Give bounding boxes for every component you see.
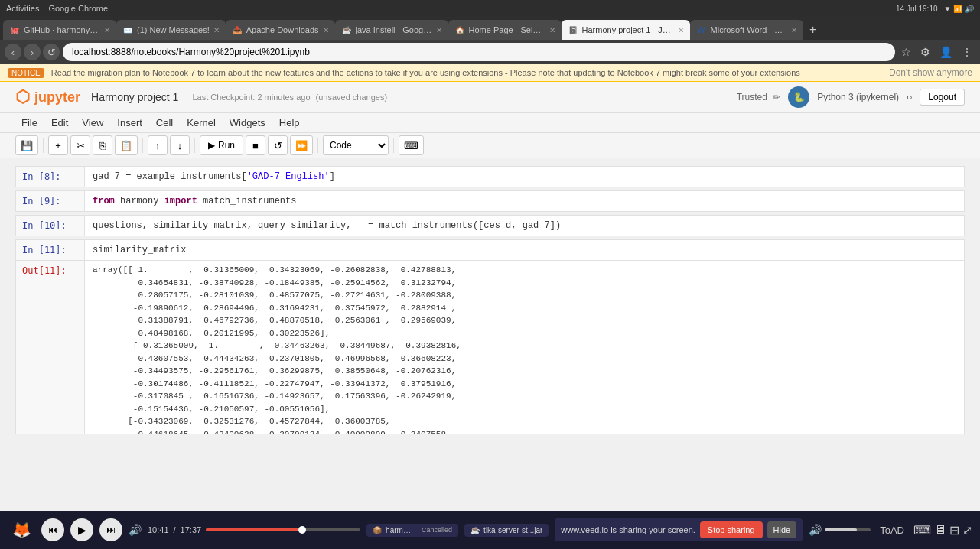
save-button[interactable]: 💾 — [15, 135, 38, 155]
layout-icon[interactable]: ⊟ — [949, 523, 959, 538]
media-progress-container: 10:41 / 17:37 — [148, 525, 360, 534]
volume-icon[interactable]: 🔊 — [129, 524, 142, 536]
activities-label[interactable]: Activities — [6, 4, 39, 13]
cell-9[interactable]: In [9]: from harmony import match_instru… — [15, 190, 965, 212]
address-input[interactable] — [63, 43, 895, 61]
tab-label-messages: (1) New Messages! — [137, 25, 210, 34]
output-11-prompt: Out[11]: — [16, 261, 85, 434]
copy-cell-button[interactable]: ⎘ — [93, 135, 112, 155]
tab-homepage[interactable]: 🏠 Home Page - Select or c... ✕ — [448, 20, 562, 40]
tab-messages[interactable]: ✉️ (1) New Messages! ✕ — [116, 20, 226, 40]
jupyter-logo: ⬡ jupyter — [15, 87, 80, 107]
paste-cell-button[interactable]: 📋 — [115, 135, 138, 155]
taskbar-item-harmony[interactable]: 📦 harmony....tar.bz2 Cancelled — [366, 524, 458, 537]
os-bar-left: Activities Google Chrome — [6, 4, 108, 13]
tab-close-java[interactable]: ✕ — [436, 26, 442, 34]
menu-view[interactable]: View — [76, 115, 109, 131]
tab-label-apache: Apache Downloads — [246, 25, 319, 34]
bookmark-icon[interactable]: ☆ — [898, 44, 914, 60]
tabs-bar: 🐙 GitHub · harmonydata... ✕ ✉️ (1) New M… — [0, 17, 980, 40]
back-button[interactable]: ‹ — [5, 44, 21, 60]
taskbar-harmony-status: Cancelled — [422, 526, 452, 534]
jupyter-header: ⬡ jupyter Harmony project 1 Last Checkpo… — [0, 82, 980, 113]
notification-dismiss[interactable]: Don't show anymore — [889, 67, 972, 78]
browser-label: Google Chrome — [48, 4, 108, 13]
cell-8[interactable]: In [8]: gad_7 = example_instruments['GAD… — [15, 166, 965, 187]
taskbar-harmony-icon: 📦 — [373, 526, 382, 534]
menu-edit[interactable]: Edit — [45, 115, 74, 131]
extensions-icon[interactable]: ⚙ — [917, 44, 933, 60]
stop-sharing-button[interactable]: Stop sharing — [700, 521, 763, 538]
cell-10[interactable]: In [10]: questions, similarity_matrix, q… — [15, 215, 965, 236]
cell-11[interactable]: In [11]: similarity_matrix — [15, 239, 965, 261]
tab-word[interactable]: W Microsoft Word - GAD... ✕ — [690, 20, 803, 40]
cell-8-content[interactable]: gad_7 = example_instruments['GAD-7 Engli… — [85, 167, 964, 187]
cell-9-content[interactable]: from harmony import match_instruments — [85, 191, 964, 211]
restart-run-button[interactable]: ⏩ — [290, 135, 313, 155]
skip-back-button[interactable]: ⏮ — [41, 518, 64, 541]
new-tab-button[interactable]: + — [803, 20, 823, 40]
restart-button[interactable]: ↺ — [268, 135, 288, 155]
tab-favicon-apache: 📥 — [232, 24, 243, 35]
trusted-label: Trusted ✏ — [737, 92, 781, 102]
refresh-button[interactable]: ↺ — [43, 44, 60, 60]
play-button[interactable]: ▶ — [70, 518, 93, 541]
tab-jupyter[interactable]: 📓 Harmony project 1 - Jup... ✕ — [562, 20, 690, 40]
keyboard-icon[interactable]: ⌨ — [913, 523, 931, 538]
add-cell-above-button[interactable]: + — [48, 135, 68, 155]
toolbar-divider-4 — [317, 138, 318, 153]
matrix-data: array([[ 1. , 0.31365009, 0.34323069, -0… — [93, 264, 956, 434]
tab-close-github[interactable]: ✕ — [104, 26, 110, 34]
menu-cell[interactable]: Cell — [150, 115, 179, 131]
menu-help[interactable]: Help — [273, 115, 306, 131]
menu-bar: File Edit View Insert Cell Kernel Widget… — [0, 113, 980, 133]
notebook-content: In [8]: gad_7 = example_instruments['GAD… — [0, 158, 980, 434]
menu-insert[interactable]: Insert — [111, 115, 148, 131]
cell-10-content[interactable]: questions, similarity_matrix, query_simi… — [85, 216, 964, 236]
cut-cell-button[interactable]: ✂ — [70, 135, 90, 155]
move-up-button[interactable]: ↑ — [148, 135, 168, 155]
tab-close-word[interactable]: ✕ — [791, 26, 797, 34]
skip-forward-button[interactable]: ⏭ — [99, 518, 122, 541]
interrupt-button[interactable]: ■ — [246, 135, 265, 155]
menu-widgets[interactable]: Widgets — [223, 115, 272, 131]
logout-button[interactable]: Logout — [920, 89, 965, 106]
tab-favicon-jupyter: 📓 — [568, 24, 578, 35]
tab-close-jupyter[interactable]: ✕ — [678, 26, 684, 34]
bottom-taskbar: 🦊 ⏮ ▶ ⏭ 🔊 10:41 / 17:37 📦 harmony....tar… — [0, 511, 980, 549]
run-button[interactable]: ▶ Run — [200, 135, 243, 155]
datetime-label: 14 Jul 19:10 — [896, 5, 938, 13]
display-icon[interactable]: 🖥 — [934, 523, 946, 538]
volume-fill — [825, 528, 857, 531]
tab-close-messages[interactable]: ✕ — [213, 26, 220, 34]
tab-favicon-java: ☕ — [341, 24, 352, 35]
cell-type-select[interactable]: Code Markdown Raw — [323, 135, 389, 155]
tab-github[interactable]: 🐙 GitHub · harmonydata... ✕ — [3, 20, 116, 40]
cell-11-content[interactable]: similarity_matrix — [85, 240, 964, 260]
tab-label-word: Microsoft Word - GAD... — [711, 25, 787, 34]
move-down-button[interactable]: ↓ — [170, 135, 190, 155]
hide-button[interactable]: Hide — [767, 521, 797, 538]
taskbar-item-tika[interactable]: ☕ tika-server-st...jar — [464, 524, 549, 537]
checkpoint-label: Last Checkpoint: 2 minutes ago (unsaved … — [192, 93, 387, 102]
tab-apache[interactable]: 📥 Apache Downloads ✕ — [226, 20, 335, 40]
menu-kernel[interactable]: Kernel — [181, 115, 222, 131]
menu-file[interactable]: File — [15, 115, 44, 131]
firefox-taskbar-icon[interactable]: 🦊 — [8, 516, 35, 544]
edit-trusted-icon[interactable]: ✏ — [773, 92, 780, 102]
kernel-status-icon: ○ — [907, 92, 912, 102]
tab-java[interactable]: ☕ java Instell - Google Se... ✕ — [335, 20, 448, 40]
keyboard-shortcuts-button[interactable]: ⌨ — [399, 135, 424, 155]
tab-close-apache[interactable]: ✕ — [323, 26, 329, 34]
notebook-title[interactable]: Harmony project 1 — [91, 91, 178, 103]
tab-close-homepage[interactable]: ✕ — [549, 26, 555, 34]
forward-button[interactable]: › — [24, 44, 41, 60]
volume-track[interactable] — [825, 528, 871, 531]
menu-icon[interactable]: ⋮ — [959, 44, 975, 60]
notification-text: Read the migration plan to Notebook 7 to… — [51, 68, 800, 77]
progress-track[interactable] — [206, 528, 360, 531]
run-icon: ▶ — [208, 140, 215, 151]
tab-favicon-github: 🐙 — [9, 24, 20, 35]
profile-icon[interactable]: 👤 — [936, 44, 956, 60]
fullscreen-icon[interactable]: ⤢ — [962, 523, 972, 538]
